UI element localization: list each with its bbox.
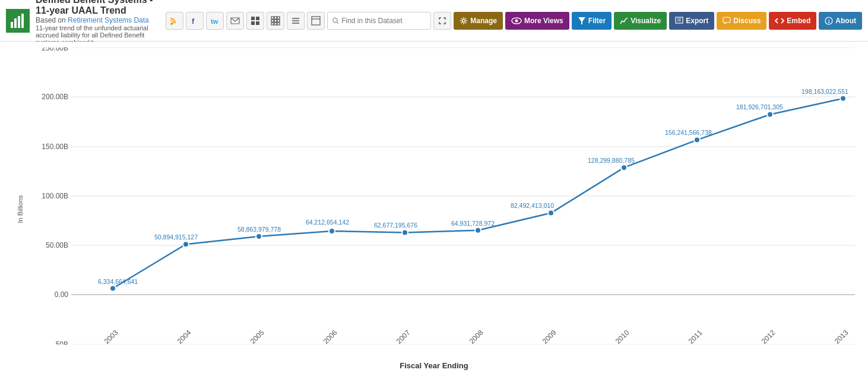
facebook-icon-btn[interactable]: f [186, 12, 204, 30]
svg-text:i: i [828, 18, 830, 24]
svg-rect-3 [21, 14, 24, 28]
svg-rect-14 [277, 17, 280, 19]
email-icon-btn[interactable] [226, 12, 244, 30]
search-box[interactable] [327, 12, 431, 30]
label-2011: 156,241,566,738 [665, 129, 712, 136]
x-tick-2007: 2007 [395, 328, 412, 345]
twitter-icon-btn[interactable]: tw [206, 12, 224, 30]
about-button[interactable]: i About [819, 12, 862, 30]
x-tick-2004: 2004 [176, 328, 193, 345]
svg-rect-18 [271, 23, 274, 25]
svg-point-26 [333, 18, 337, 22]
window-icon-btn[interactable] [307, 12, 325, 30]
based-on: Based on Retirement Systems Data [36, 16, 166, 24]
more-views-button[interactable]: More Views [505, 12, 569, 30]
svg-text:tw: tw [211, 18, 218, 25]
data-point-2011[interactable] [694, 137, 700, 143]
label-2013: 198,163,022,551 [802, 88, 848, 95]
app-logo [6, 9, 30, 33]
svg-rect-13 [274, 17, 277, 19]
label-2007: 62,677,195,676 [374, 222, 417, 229]
svg-rect-1 [14, 18, 17, 28]
gear-icon [460, 17, 468, 25]
visualize-button[interactable]: Visualize [614, 12, 667, 30]
search-icon [332, 17, 339, 24]
dataset-link[interactable]: Retirement Systems Data [68, 16, 149, 24]
toolbar: f tw Manage [166, 12, 862, 30]
chart-line [113, 99, 843, 289]
y-axis-label: In Billions [17, 195, 24, 223]
chart-svg: 250.00B 200.00B 150.00B 100.00B 50.00B 0… [36, 48, 861, 345]
data-point-2008[interactable] [475, 228, 481, 233]
dashboard-icon-btn[interactable] [246, 12, 264, 30]
svg-point-30 [515, 19, 518, 22]
x-tick-2010: 2010 [614, 328, 631, 345]
svg-point-4 [170, 23, 173, 25]
y-tick-0: 0.00 [55, 290, 69, 299]
svg-rect-15 [271, 20, 274, 22]
x-tick-2009: 2009 [541, 328, 558, 345]
x-axis-label: Fiscal Year Ending [400, 361, 468, 370]
y-tick-150: 150.00B [42, 143, 68, 151]
views-icon [511, 17, 522, 25]
info-icon: i [825, 17, 833, 25]
label-2005: 58,863,979,778 [237, 226, 281, 233]
list-icon-btn[interactable] [287, 12, 305, 30]
svg-line-27 [337, 22, 338, 23]
data-point-2009[interactable] [548, 210, 554, 216]
filter-icon [578, 17, 586, 25]
data-point-2007[interactable] [402, 230, 408, 236]
svg-rect-35 [723, 17, 730, 23]
filter-button[interactable]: Filter [572, 12, 612, 30]
y-tick-200: 200.00B [42, 93, 68, 101]
x-tick-2013: 2013 [833, 328, 850, 345]
svg-rect-12 [271, 17, 274, 19]
export-button[interactable]: Export [669, 12, 714, 30]
data-point-2010[interactable] [621, 165, 627, 170]
data-point-2013[interactable] [840, 96, 846, 102]
embed-icon [775, 17, 784, 25]
svg-rect-9 [256, 17, 259, 20]
discuss-button[interactable]: Discuss [717, 12, 766, 30]
label-2012: 181,926,701,305 [736, 103, 783, 110]
data-point-2005[interactable] [256, 233, 262, 239]
rss-icon-btn[interactable] [166, 12, 183, 30]
embed-button[interactable]: Embed [769, 12, 816, 30]
page-title: Defined Benefit Systems - 11-year UAAL T… [36, 0, 166, 16]
chart-icon [620, 17, 628, 25]
x-tick-2011: 2011 [687, 328, 704, 345]
svg-rect-19 [274, 23, 277, 25]
label-2006: 64,212,654,142 [306, 219, 349, 226]
svg-rect-11 [256, 21, 259, 25]
y-tick-neg50: -50B [53, 340, 68, 345]
svg-point-28 [462, 19, 465, 22]
data-point-2004[interactable] [183, 241, 189, 247]
svg-rect-20 [277, 23, 280, 25]
svg-rect-0 [11, 22, 13, 28]
grid-icon-btn[interactable] [267, 12, 284, 30]
data-point-2003[interactable] [110, 286, 116, 292]
svg-rect-32 [676, 17, 683, 23]
label-2008: 64,931,728,972 [451, 220, 495, 227]
discuss-icon [723, 17, 731, 25]
svg-rect-24 [312, 17, 320, 25]
chart-container: In Billions 250.00B 200.00B 150.00B 100.… [0, 42, 868, 376]
data-point-2006[interactable] [329, 228, 335, 234]
manage-button[interactable]: Manage [454, 12, 503, 30]
header: Defined Benefit Systems - 11-year UAAL T… [0, 0, 868, 42]
svg-rect-10 [251, 21, 255, 25]
y-tick-250: 250.00B [42, 48, 68, 52]
x-tick-2003: 2003 [103, 328, 120, 345]
search-input[interactable] [341, 17, 426, 25]
y-tick-100: 100.00B [42, 192, 68, 200]
data-point-2012[interactable] [767, 112, 773, 118]
svg-rect-17 [277, 20, 280, 22]
y-tick-50: 50.00B [46, 241, 68, 249]
x-tick-2006: 2006 [322, 328, 339, 345]
label-2009: 82,492,413,010 [511, 202, 554, 209]
x-tick-2005: 2005 [249, 328, 266, 345]
title-area: Defined Benefit Systems - 11-year UAAL T… [36, 0, 166, 46]
svg-marker-31 [578, 17, 585, 24]
label-2010: 128,299,880,785 [588, 157, 635, 164]
expand-button[interactable] [433, 12, 451, 30]
